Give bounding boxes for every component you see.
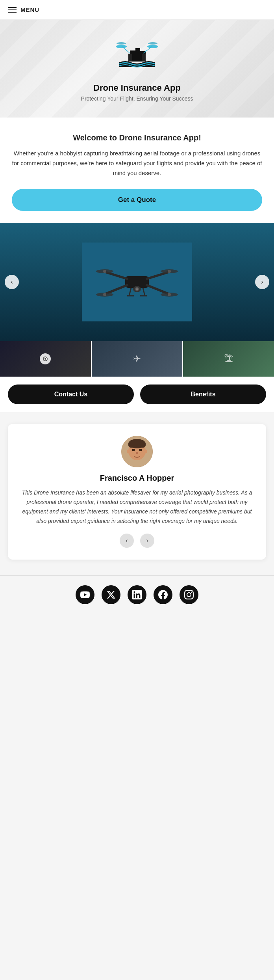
svg-point-41: [136, 452, 138, 454]
carousel-main-image: ‹ ›: [0, 223, 274, 341]
svg-point-1: [147, 45, 158, 48]
contact-us-button[interactable]: Contact Us: [8, 385, 134, 404]
menu-label: MENU: [20, 6, 39, 13]
testimonial-name: Francisco A Hopper: [17, 474, 257, 483]
action-buttons-bar: Contact Us Benefits: [0, 377, 274, 412]
facebook-icon: [158, 590, 168, 599]
welcome-title: Welcome to Drone Insurance App!: [12, 133, 262, 142]
svg-point-27: [168, 293, 171, 296]
hero-section: Drone Insurance App Protecting Your Flig…: [0, 20, 274, 118]
drone-thumb-icon-3: 🏝: [224, 353, 233, 364]
drone-thumb-icon-2: ✈: [133, 353, 141, 364]
thumbnail-2[interactable]: ✈: [91, 341, 183, 377]
app-logo: [113, 39, 161, 75]
svg-point-43: [144, 450, 147, 454]
svg-point-39: [132, 449, 135, 451]
testimonial-text: This Drone Insurance has been an absolut…: [17, 488, 257, 526]
testimonial-avatar: [121, 436, 153, 467]
thumbnail-3[interactable]: 🏝: [182, 341, 274, 377]
welcome-body: Whether you're a hobbyist capturing brea…: [12, 149, 262, 178]
svg-point-42: [127, 450, 130, 454]
app-name: Drone Insurance App: [12, 83, 262, 93]
avatar-image: [121, 436, 153, 467]
instagram-button[interactable]: [180, 585, 198, 604]
youtube-icon: [80, 590, 90, 599]
testimonial-nav: ‹ ›: [17, 534, 257, 548]
testimonial-next-button[interactable]: ›: [140, 534, 154, 548]
svg-point-40: [139, 449, 142, 451]
menu-toggle-button[interactable]: [8, 7, 17, 13]
svg-point-3: [148, 42, 157, 45]
carousel-section: ‹ › ✈ 🏝: [0, 223, 274, 377]
play-icon-1: [40, 353, 51, 364]
svg-rect-38: [128, 442, 146, 448]
twitter-x-button[interactable]: [102, 585, 120, 604]
svg-point-0: [116, 45, 127, 48]
svg-line-9: [122, 47, 130, 53]
testimonial-card: Francisco A Hopper This Drone Insurance …: [8, 424, 266, 560]
youtube-button[interactable]: [76, 585, 94, 604]
svg-point-25: [168, 270, 171, 273]
svg-point-34: [44, 358, 46, 360]
testimonial-section: Francisco A Hopper This Drone Insurance …: [0, 412, 274, 575]
twitter-x-icon: [106, 590, 116, 599]
linkedin-icon: [132, 590, 142, 599]
hero-tagline: Protecting Your Flight, Ensuring Your Su…: [12, 95, 262, 102]
benefits-button[interactable]: Benefits: [140, 385, 266, 404]
svg-point-26: [103, 293, 106, 296]
get-quote-button[interactable]: Get a Quote: [12, 189, 262, 211]
linkedin-button[interactable]: [128, 585, 146, 604]
thumbnail-1[interactable]: [0, 341, 91, 377]
drone-image: [82, 243, 192, 321]
instagram-icon: [184, 590, 194, 599]
svg-point-2: [117, 42, 126, 45]
svg-point-15: [136, 288, 138, 290]
svg-line-10: [143, 47, 152, 53]
navbar: MENU: [0, 0, 274, 20]
svg-point-24: [103, 270, 106, 273]
svg-rect-5: [128, 54, 132, 62]
svg-rect-8: [142, 54, 146, 62]
thumbnail-strip: ✈ 🏝: [0, 341, 274, 377]
welcome-section: Welcome to Drone Insurance App! Whether …: [0, 118, 274, 223]
carousel-next-button[interactable]: ›: [255, 275, 269, 289]
facebook-button[interactable]: [154, 585, 172, 604]
logo-container: [12, 39, 262, 77]
testimonial-prev-button[interactable]: ‹: [120, 534, 134, 548]
footer: [0, 575, 274, 616]
carousel-prev-button[interactable]: ‹: [5, 275, 19, 289]
svg-rect-6: [135, 48, 140, 62]
